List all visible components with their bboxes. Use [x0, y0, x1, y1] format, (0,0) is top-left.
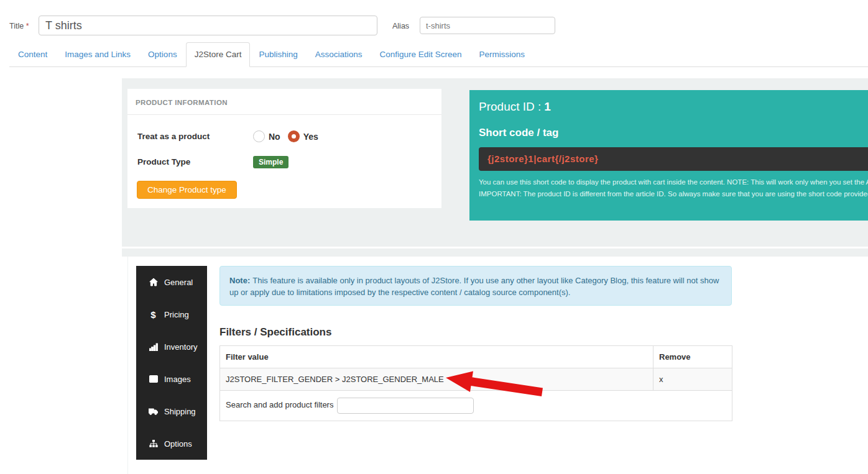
title-label: Title * [9, 22, 29, 30]
panel-title: PRODUCT INFORMATION [127, 89, 441, 115]
edit-tabs: Content Images and Links Options J2Store… [9, 42, 868, 67]
remove-column-header: Remove [653, 346, 732, 368]
alias-label: Alias [392, 22, 409, 30]
filter-value-cell: J2STORE_FILTER_GENDER > J2STORE_GENDER_M… [220, 368, 653, 391]
filters-table: Filter value Remove J2STORE_FILTER_GENDE… [219, 345, 732, 421]
sidebar-item-label: Options [164, 439, 192, 449]
title-input[interactable] [39, 16, 377, 35]
sidebar-item-options[interactable]: Options [136, 427, 207, 460]
tab-configure-edit-screen[interactable]: Configure Edit Screen [371, 42, 471, 67]
sidebar-item-label: General [164, 278, 193, 287]
sidebar-item-label: Images [164, 375, 191, 384]
sidebar-item-images[interactable]: Images [136, 363, 207, 395]
treat-as-product-radios: No Yes [253, 130, 326, 142]
tab-images-and-links[interactable]: Images and Links [56, 42, 139, 67]
filters-heading: Filters / Specifications [219, 326, 331, 339]
sidebar-item-label: Inventory [164, 342, 197, 352]
search-filters-input[interactable] [337, 398, 474, 414]
tab-content[interactable]: Content [9, 42, 56, 67]
filters-table-header: Filter value Remove [220, 346, 732, 368]
truck-icon [149, 407, 158, 416]
home-icon [149, 278, 158, 286]
product-type-badge: Simple [253, 156, 289, 168]
tab-publishing[interactable]: Publishing [250, 42, 306, 67]
chart-bars-icon [149, 342, 158, 351]
note-text: This feature is available only in produc… [229, 276, 719, 297]
sitemap-icon [149, 439, 158, 448]
search-filter-row: Search and add product filters [220, 391, 732, 421]
sidebar-item-general[interactable]: General [136, 266, 207, 298]
radio-yes-label[interactable]: Yes [303, 132, 318, 142]
shortcode-note-line1: You can use this short code to display t… [479, 178, 868, 186]
product-section-sidebar: General $ Pricing Inventory Images Shipp… [136, 266, 207, 460]
tab-j2store-cart[interactable]: J2Store Cart [186, 42, 251, 67]
radio-yes[interactable] [288, 130, 300, 142]
shortcode-value: {j2store}1|cart{/j2store} [479, 147, 868, 171]
radio-no-label[interactable]: No [269, 132, 280, 142]
change-product-type-button[interactable]: Change Product type [137, 181, 237, 199]
tab-options[interactable]: Options [139, 42, 186, 67]
filter-value-column-header: Filter value [220, 346, 653, 368]
j2store-product-edit-page: Title * Alias Content Images and Links O… [0, 0, 868, 474]
required-asterisk: * [26, 22, 29, 30]
tab-permissions[interactable]: Permissions [471, 42, 534, 67]
sidebar-item-pricing[interactable]: $ Pricing [136, 298, 207, 330]
shortcode-note-line2: IMPORTANT: The product ID is different f… [479, 190, 868, 198]
sidebar-item-inventory[interactable]: Inventory [136, 330, 207, 363]
search-filters-label: Search and add product filters [226, 400, 333, 409]
shortcode-title: Short code / tag [479, 127, 558, 139]
sidebar-item-shipping[interactable]: Shipping [136, 395, 207, 427]
radio-no[interactable] [253, 130, 265, 142]
product-id: Product ID :1 [479, 100, 551, 114]
dollar-icon: $ [149, 309, 158, 320]
tab-associations[interactable]: Associations [307, 42, 371, 67]
note-bold: Note: [229, 276, 250, 285]
product-type-label: Product Type [137, 157, 190, 166]
image-icon [149, 375, 158, 383]
remove-filter-link[interactable]: x [659, 375, 663, 384]
shortcode-panel: Product ID :1 Short code / tag {j2store}… [469, 90, 868, 221]
gray-strip [122, 248, 868, 257]
note-box: Note:This feature is available only in p… [219, 266, 732, 306]
sidebar-item-label: Pricing [164, 310, 189, 319]
product-information-panel: PRODUCT INFORMATION Treat as a product N… [127, 89, 441, 208]
shortcode-box: {j2store}1|cart{/j2store} [479, 147, 868, 171]
filter-row: J2STORE_FILTER_GENDER > J2STORE_GENDER_M… [220, 368, 732, 391]
sidebar-item-label: Shipping [164, 407, 196, 416]
treat-as-product-label: Treat as a product [137, 132, 210, 141]
alias-input[interactable] [420, 17, 555, 34]
